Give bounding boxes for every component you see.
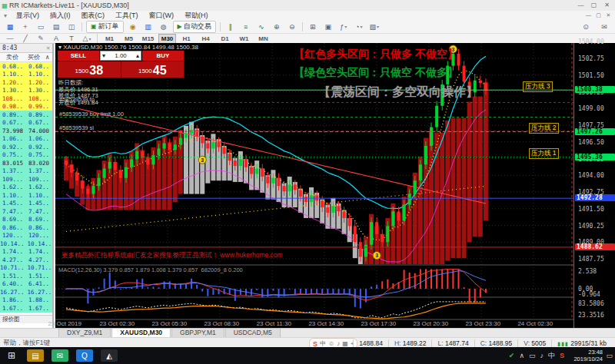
minimize-icon[interactable]: —	[574, 0, 587, 10]
notification-icon[interactable]: ▭	[606, 352, 613, 359]
quote-row[interactable]: 0.86..0.86..	[0, 223, 52, 232]
quote-row[interactable]: 0.89..0.89..	[0, 111, 52, 119]
taskbar-clock[interactable]: 23:48 2019/10/24	[573, 349, 603, 362]
tile-windows-icon[interactable]: ⊞	[306, 21, 320, 33]
maximize-icon[interactable]: ▢	[587, 0, 600, 10]
quote-row[interactable]: 1.06..1.06..	[0, 135, 52, 144]
period-button-mn[interactable]: MN	[254, 34, 272, 44]
column-header[interactable]: 买价	[22, 53, 43, 61]
mdi-minimize-icon[interactable]: —	[583, 11, 593, 19]
chart-area[interactable]: 333 1504.001502.751501.501500.251499.001…	[55, 43, 615, 328]
mdi-close-icon[interactable]: ✕	[603, 11, 613, 19]
pencil-tool-icon[interactable]: ✎	[34, 32, 48, 45]
chart-tab-usdcad-m5[interactable]: USDCAD,M5	[225, 328, 281, 337]
new-order-button[interactable]: ▣新订单	[86, 21, 124, 33]
chat-icon[interactable]: ✉	[597, 21, 611, 33]
quote-row[interactable]: 1.10..1.10..	[0, 191, 52, 200]
add-indicator-icon[interactable]: ƒ▾	[337, 21, 351, 33]
quote-row[interactable]: 6.40..6.41..	[0, 280, 52, 289]
market-watch-tab-tickchart[interactable]: 报价图	[0, 315, 52, 323]
quote-row[interactable]: 10.71..10.71..	[0, 264, 52, 273]
sell-button[interactable]: SELL	[58, 51, 99, 61]
quote-row[interactable]: 0.67..0.67..	[0, 119, 52, 127]
quote-row[interactable]: 1.30..1.30..	[0, 87, 52, 95]
start-button[interactable]: ⊞	[0, 350, 23, 361]
sogou-icon[interactable]: ♪	[337, 340, 340, 347]
volume-caret-icon[interactable]: ▾	[102, 52, 105, 59]
quote-row[interactable]: 1.10..1.10..	[0, 71, 52, 79]
period-button-m1[interactable]: M1	[101, 34, 118, 44]
menu-item[interactable]: 工具(T)	[110, 11, 144, 20]
grid-icon[interactable]: ▤	[49, 21, 63, 33]
quote-row[interactable]: 0.92..0.92..	[0, 143, 52, 151]
quote-row[interactable]: 108...108...	[0, 94, 52, 103]
quote-row[interactable]: 120...120...	[0, 232, 52, 240]
period-button-h1[interactable]: H1	[178, 34, 195, 44]
menu-item[interactable]: 插入(I)	[45, 11, 76, 20]
bar-chart-icon[interactable]: ∥	[224, 21, 238, 33]
crosshair-icon[interactable]: +	[18, 21, 32, 33]
period-button-w1[interactable]: W1	[235, 34, 253, 44]
quote-row[interactable]: 0.68..0.68..	[0, 62, 52, 71]
period-button-h4[interactable]: H4	[197, 34, 214, 44]
arrange-icon[interactable]: ▣	[321, 21, 335, 33]
chart-plot[interactable]: 333	[55, 43, 573, 328]
menu-item[interactable]: 图表(C)	[76, 11, 111, 20]
quote-row[interactable]: 1.86..1.88..	[0, 296, 52, 305]
sogou-icon[interactable]: ☺	[328, 340, 334, 347]
volume-spinner-icon[interactable]: ▴	[136, 52, 139, 59]
chart-tab-gbpjpy-m1[interactable]: GBPJPY,M1	[171, 328, 224, 337]
chart-tab-dxy-z9-m1[interactable]: DXY_Z9,M1	[58, 328, 111, 337]
photoshop-icon[interactable]: ◭	[101, 349, 118, 362]
indicators-icon[interactable]: ◉	[126, 21, 140, 33]
hline-tool-icon[interactable]: ―	[3, 32, 17, 45]
quote-row[interactable]: 1.20..1.20..	[0, 78, 52, 87]
period-button-d1[interactable]: D1	[216, 34, 234, 44]
cursor-icon[interactable]: ▭	[34, 21, 48, 33]
menu-item[interactable]: 显示(V)	[11, 11, 45, 20]
volume-input[interactable]: ▾ 1.00 ▴	[100, 51, 141, 61]
sogou-icon[interactable]: S	[313, 340, 317, 348]
sort-icon[interactable]: ∧	[43, 54, 52, 61]
period-button-m30[interactable]: M30	[158, 34, 176, 44]
quote-row[interactable]: 7.47..7.47..	[0, 207, 52, 216]
mdi-restore-icon[interactable]: ▢	[593, 11, 603, 19]
quote-row[interactable]: 1.74..1.74..	[0, 248, 52, 256]
sogou-icon[interactable]: S	[560, 352, 564, 359]
search-icon[interactable]: ⊙	[579, 21, 593, 33]
sell-price[interactable]: 1500 38	[58, 61, 121, 78]
safety-icon[interactable]: ✔	[509, 352, 515, 359]
periods-dropdown-icon[interactable]: ◔▾	[352, 21, 366, 33]
sogou-icon[interactable]: ▦	[342, 340, 348, 347]
quote-row[interactable]: 83.01583.020	[0, 159, 52, 167]
candle-chart-icon[interactable]: ≡	[239, 21, 253, 33]
quote-row[interactable]: 1.51..1.51..	[0, 272, 52, 280]
templates-icon[interactable]: ▧▾	[367, 21, 381, 33]
period-button-m15[interactable]: M15	[139, 34, 157, 44]
ime-icon[interactable]: 中	[548, 351, 555, 361]
buy-button[interactable]: BUY	[142, 51, 184, 61]
price-axis[interactable]: 1504.001502.751501.501500.251499.001497.…	[573, 43, 615, 328]
chart-tab-xauusd-m30[interactable]: XAUUSD,M30	[111, 328, 171, 337]
terminal-icon[interactable]: ▥	[141, 21, 155, 33]
menu-item[interactable]: 窗口(W)	[144, 11, 180, 20]
qq-browser-icon[interactable]: Q	[76, 349, 93, 362]
close-icon[interactable]: ✕	[46, 45, 50, 51]
auto-trading-button[interactable]: ▶自动交易	[173, 21, 216, 33]
quote-row[interactable]: 8.69..8.69..	[0, 216, 52, 224]
folder-icon[interactable]: ▤	[27, 349, 44, 362]
zoom-out-icon[interactable]: ⊖	[285, 21, 299, 33]
quote-row[interactable]: 73.99874.000	[0, 127, 52, 135]
market-icon[interactable]: ◍	[157, 21, 171, 33]
network-icon[interactable]: ▭	[529, 352, 536, 359]
menu-item[interactable]: 帮助(H)	[179, 11, 214, 20]
quote-row[interactable]: 10.14..10.14..	[0, 240, 52, 248]
quote-row[interactable]: 1.37..1.37..	[0, 167, 52, 176]
quote-row[interactable]: 0.98..0.99..	[0, 103, 52, 111]
trendline-tool-icon[interactable]: ╱	[18, 32, 32, 45]
period-button-m5[interactable]: M5	[120, 34, 138, 44]
quote-row[interactable]: 1.62..1.62..	[0, 184, 52, 192]
quote-row[interactable]: 1.45..1.45..	[0, 200, 52, 208]
column-header[interactable]: 卖价	[0, 53, 22, 61]
zoom-in-icon[interactable]: ⊕	[270, 21, 284, 33]
